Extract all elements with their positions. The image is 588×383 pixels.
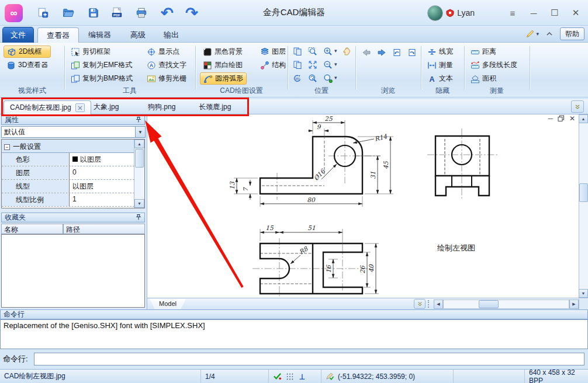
ortho-icon[interactable] xyxy=(298,372,306,381)
pin-icon[interactable] xyxy=(134,116,143,124)
ribbon-item-structure[interactable]: 结构 xyxy=(257,59,289,71)
scrollbar-thumb[interactable] xyxy=(479,300,499,308)
ribbon-item-3d-viewer[interactable]: 3D查看器 xyxy=(4,59,51,71)
command-prompt-label: 命令行: xyxy=(0,354,34,364)
ribbon-item-polyline-length[interactable]: 多段线长度 xyxy=(468,59,520,71)
ribbon-item-distance[interactable]: 距离 xyxy=(468,46,520,58)
scroll-up-icon[interactable]: ▲ xyxy=(579,114,588,123)
rotate-35-button[interactable] xyxy=(291,72,304,84)
scroll-down-icon[interactable]: ▼ xyxy=(579,289,588,298)
nav-back-button[interactable] xyxy=(360,46,373,58)
group-label-hide: 隐藏 xyxy=(421,86,464,96)
zoom-window-button[interactable] xyxy=(306,45,319,57)
ribbon-item-measure-toggle[interactable]: 测量 xyxy=(424,59,456,71)
zoom-in-button[interactable] xyxy=(321,45,334,57)
undo-button[interactable]: ↶ xyxy=(159,5,175,21)
doc-tab-giraffe[interactable]: 长颈鹿.jpg xyxy=(193,100,237,114)
ribbon-item-layers[interactable]: 图层 xyxy=(257,46,289,58)
tab-viewer[interactable]: 查看器 xyxy=(37,27,79,43)
open-file-button[interactable] xyxy=(60,5,77,21)
zoom-out-button[interactable] xyxy=(321,58,334,71)
doc-tab-cad-left-view[interactable]: CAD绘制左视图.jpg xyxy=(4,100,91,114)
wireframe-2d-icon xyxy=(7,47,16,57)
ribbon-item-text-toggle[interactable]: 文本 xyxy=(424,72,456,85)
zoom-in-dropdown[interactable]: ▾ xyxy=(334,48,337,54)
scrollbar-thumb[interactable] xyxy=(579,183,588,202)
zoom-rotate-button[interactable] xyxy=(306,72,319,84)
zoom-selection-button[interactable] xyxy=(321,72,334,84)
ribbon-item-line-width[interactable]: 线宽 xyxy=(424,46,456,58)
ribbon-item-2d-wireframe[interactable]: 2D线框 xyxy=(4,46,51,58)
tabbar-chevron-button[interactable] xyxy=(571,100,584,113)
property-grid-scrollbar[interactable]: ▲ ▼ xyxy=(134,140,144,208)
scroll-left-icon[interactable]: ◀ xyxy=(434,300,443,309)
property-row-linetype[interactable]: 线型 以图层 xyxy=(2,180,134,193)
pin-icon[interactable] xyxy=(134,213,143,221)
scroll-right-icon[interactable]: ▶ xyxy=(569,300,579,309)
favorites-column-path[interactable]: 路径 xyxy=(63,224,145,234)
menu-icon[interactable]: ≡ xyxy=(506,8,519,18)
help-button[interactable]: 帮助 xyxy=(560,27,584,40)
property-group-row[interactable]: − 一般设置 xyxy=(2,140,134,153)
property-preset-dropdown[interactable]: 默认值 xyxy=(1,126,136,138)
grid-snap-icon[interactable] xyxy=(286,372,294,381)
zoom-selection-dropdown[interactable]: ▾ xyxy=(334,75,337,81)
export-pdf-button[interactable] xyxy=(109,5,125,21)
user-account[interactable]: Lyan xyxy=(427,5,475,21)
close-button[interactable]: ✕ xyxy=(569,8,582,18)
property-row-layer[interactable]: 图层 0 xyxy=(2,166,134,180)
doc-tab-elephant[interactable]: 大象.jpg xyxy=(88,100,124,114)
collapse-tree-icon[interactable]: − xyxy=(4,144,10,150)
scroll-up-icon[interactable]: ▲ xyxy=(134,140,144,148)
zoom-out-dropdown[interactable]: ▾ xyxy=(334,61,337,67)
ribbon-item-black-background[interactable]: 黑色背景 xyxy=(200,46,247,58)
nav-forward-button[interactable] xyxy=(375,46,388,58)
minimize-button[interactable]: ─ xyxy=(527,8,540,18)
ribbon-item-show-points[interactable]: 显示点 xyxy=(144,46,189,58)
canvas-horizontal-scrollbar[interactable] xyxy=(443,300,569,309)
ribbon-item-area[interactable]: 面积 xyxy=(468,72,520,85)
zoom-extents-button[interactable] xyxy=(306,58,319,71)
close-tab-icon[interactable] xyxy=(75,103,85,112)
rotate-page-cw-button[interactable] xyxy=(406,46,418,58)
rotate-page-ccw-button[interactable] xyxy=(390,46,403,58)
new-file-button[interactable] xyxy=(35,5,51,21)
doc-tab-dog[interactable]: 狗狗.png xyxy=(142,100,181,114)
ribbon-item-copy-as-emf[interactable]: 复制为EMF格式 xyxy=(68,59,136,71)
tab-editor[interactable]: 编辑器 xyxy=(79,27,120,43)
ribbon-item-copy-as-bmp[interactable]: 复制为BMP格式 xyxy=(68,72,136,85)
model-tab[interactable]: Model xyxy=(150,299,186,309)
pages-button[interactable] xyxy=(291,45,304,57)
favorites-column-name[interactable]: 名称 xyxy=(1,224,63,234)
drawing-area[interactable]: ─ ✕ xyxy=(147,114,588,309)
tab-output[interactable]: 输出 xyxy=(155,27,188,43)
splitter-grip[interactable] xyxy=(428,300,431,308)
preset-dropdown-arrow-icon[interactable]: ▼ xyxy=(136,126,146,138)
pan-button[interactable] xyxy=(340,45,353,57)
draft-check-icon[interactable] xyxy=(326,372,334,381)
command-input[interactable] xyxy=(34,353,584,365)
redo-button[interactable]: ↷ xyxy=(184,5,200,21)
ribbon-item-bw-drawing[interactable]: 黑白绘图 xyxy=(200,59,247,71)
print-button[interactable] xyxy=(133,5,150,21)
save-button[interactable] xyxy=(85,5,102,21)
tab-advanced[interactable]: 高级 xyxy=(122,27,154,43)
scroll-down-icon[interactable]: ▼ xyxy=(134,199,144,208)
copy-view-button[interactable] xyxy=(291,58,304,71)
file-menu-button[interactable]: 文件 xyxy=(2,27,34,43)
ribbon-item-clip-frame[interactable]: 剪切框架 xyxy=(68,46,136,58)
layout-chevron-button[interactable] xyxy=(414,299,426,309)
canvas-vertical-scrollbar[interactable]: ▲ ▼ xyxy=(579,114,588,298)
favorites-list[interactable] xyxy=(1,234,145,308)
property-row-color[interactable]: 色彩 以图层 xyxy=(2,153,134,166)
spellcheck-icon[interactable] xyxy=(273,372,282,381)
ribbon-item-find-text[interactable]: 查找文字 xyxy=(144,59,189,71)
ribbon-item-trim-raster[interactable]: 修剪光栅 xyxy=(144,72,189,85)
quick-edit-dropdown[interactable]: ▾ xyxy=(525,29,539,39)
collapse-ribbon-icon[interactable] xyxy=(545,29,554,39)
property-row-linetype-scale[interactable]: 线型比例 1 xyxy=(2,193,134,207)
scrollbar-thumb[interactable] xyxy=(135,149,144,168)
command-log[interactable]: Replacement of the [Geniso.SHX] font wit… xyxy=(0,319,588,349)
maximize-button[interactable]: ☐ xyxy=(548,8,561,18)
ribbon-item-smooth-arc[interactable]: 圆滑弧形 xyxy=(200,72,247,85)
